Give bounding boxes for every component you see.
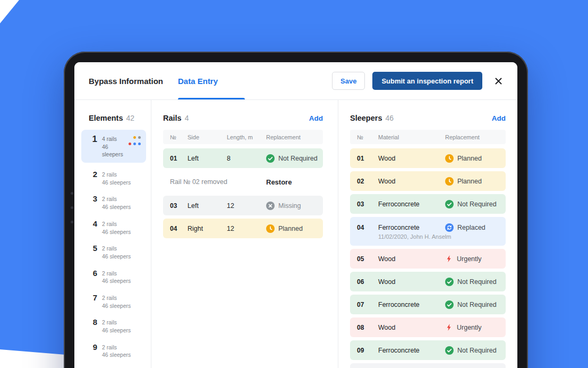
close-icon[interactable]: [495, 77, 502, 85]
elements-count: 42: [126, 114, 134, 122]
sync-icon: [445, 223, 454, 232]
col-header-side: Side: [188, 134, 227, 140]
status-label: Planned: [278, 225, 303, 232]
element-number: 9: [87, 342, 97, 359]
status-badge: Urgently: [445, 255, 506, 263]
check-circle-icon: [445, 200, 454, 208]
rail-side: Right: [188, 225, 227, 232]
save-button[interactable]: Save: [332, 72, 365, 90]
col-header-length: Length, m: [227, 134, 266, 140]
sleeper-row-02[interactable]: 02WoodPlanned: [350, 171, 506, 191]
status-label: Planned: [457, 178, 482, 185]
sleeper-material: Wood: [378, 324, 445, 331]
header-actions: Save Submit an inspection report: [332, 62, 502, 99]
element-item-2[interactable]: 22 rails46 sleepers: [81, 167, 146, 189]
element-summary: 2 rails46 sleepers: [102, 170, 131, 186]
col-header-replacement: Replacement: [445, 134, 506, 140]
sleeper-number: 06: [357, 278, 378, 286]
sleeper-material: Ferroconcrete: [378, 301, 445, 308]
sleeper-row-04[interactable]: 04FerroconcreteReplaced11/02/2020, John …: [350, 217, 506, 246]
status-dot: [129, 143, 131, 145]
tablet-screen: Bypass Information Data Entry Save Submi…: [74, 62, 517, 368]
sleeper-material: Wood: [378, 278, 445, 286]
camera-dot: [71, 192, 73, 195]
tab-data-entry[interactable]: Data Entry: [178, 62, 244, 99]
element-number: 2: [87, 170, 97, 186]
sleepers-table-header: № Material Replacement: [350, 130, 506, 144]
status-badge: Planned: [445, 154, 506, 163]
sleeper-row-06[interactable]: 06WoodNot Required: [350, 272, 506, 291]
element-sleepers-count: 46 sleepers: [102, 143, 124, 158]
rail-row-03[interactable]: 03Left12Missing: [163, 196, 323, 215]
tab-bypass-information[interactable]: Bypass Information: [89, 62, 163, 99]
clock-icon: [266, 224, 275, 233]
rails-add-button[interactable]: Add: [309, 114, 323, 122]
sleeper-row-08[interactable]: 08WoodUrgently: [350, 317, 506, 337]
status-dot: [133, 136, 136, 139]
sleeper-number: 02: [357, 178, 378, 185]
sleeper-row-03[interactable]: 03FerroconcreteNot Required: [350, 194, 506, 214]
sleeper-row-05[interactable]: 05WoodUrgently: [350, 249, 506, 269]
status-badge: Not Required: [445, 278, 506, 286]
check-circle-icon: [445, 346, 454, 355]
sleeper-row-09[interactable]: 09FerroconcreteNot Required: [350, 340, 506, 360]
clock-icon: [445, 154, 454, 163]
check-circle-icon: [445, 300, 454, 309]
element-rails-count: 2 rails: [102, 171, 131, 179]
check-circle-icon: [266, 154, 275, 163]
status-badge: Missing: [266, 202, 323, 210]
status-label: Not Required: [457, 278, 497, 286]
sleeper-material: Wood: [378, 255, 445, 263]
element-item-3[interactable]: 32 rails46 sleepers: [81, 191, 146, 213]
tablet-camera-cluster: [71, 192, 73, 223]
sleeper-number: 04: [357, 224, 378, 231]
element-item-4[interactable]: 42 rails46 sleepers: [81, 216, 146, 238]
sleeper-row-07[interactable]: 07FerroconcreteNot Required: [350, 295, 506, 314]
element-item-10[interactable]: 102 rails46 sleepers: [81, 364, 146, 368]
element-number: 8: [87, 317, 97, 334]
sleepers-title: Sleepers: [350, 114, 382, 122]
status-label: Missing: [278, 202, 301, 210]
rail-number: 03: [170, 202, 188, 210]
status-label: Not Required: [457, 200, 497, 208]
element-item-5[interactable]: 52 rails46 sleepers: [81, 241, 146, 263]
element-number: 3: [87, 194, 97, 211]
status-badge: Not Required: [445, 346, 506, 355]
element-summary: 2 rails46 sleepers: [102, 244, 131, 260]
sleepers-add-button[interactable]: Add: [492, 114, 506, 122]
sleeper-material: Ferroconcrete: [378, 347, 445, 354]
rail-row-01[interactable]: 01Left8Not Required: [163, 148, 323, 168]
rails-count: 4: [185, 114, 189, 122]
sleeper-number: 03: [357, 200, 378, 208]
element-sleepers-count: 46 sleepers: [102, 277, 131, 285]
status-label: Not Required: [457, 347, 497, 354]
status-badge: Not Required: [445, 200, 506, 208]
status-dot-row: [129, 143, 141, 145]
rails-title: Rails: [163, 114, 182, 122]
rail-row-04[interactable]: 04Right12Planned: [163, 219, 323, 238]
rail-length: 12: [227, 225, 266, 232]
element-sleepers-count: 46 sleepers: [102, 179, 131, 187]
col-header-replacement: Replacement: [266, 134, 323, 140]
rail-length: 12: [227, 202, 266, 210]
element-number: 4: [87, 219, 97, 236]
status-dot: [133, 143, 136, 145]
status-badge: Planned: [266, 224, 323, 233]
status-dot-row: [133, 136, 141, 139]
element-sleepers-count: 46 sleepers: [102, 302, 131, 310]
sleeper-number: 09: [357, 347, 378, 354]
restore-link[interactable]: Restore: [266, 178, 323, 186]
element-number: 5: [87, 244, 97, 260]
table-row-partial[interactable]: [350, 363, 506, 368]
element-item-8[interactable]: 82 rails46 sleepers: [81, 315, 146, 337]
submit-report-button[interactable]: Submit an inspection report: [372, 72, 482, 90]
sleeper-row-01[interactable]: 01WoodPlanned: [350, 148, 506, 168]
element-item-1[interactable]: 14 rails46 sleepers: [81, 130, 146, 163]
tablet-device: Bypass Information Data Entry Save Submi…: [64, 52, 528, 368]
status-label: Not Required: [457, 301, 497, 308]
element-item-9[interactable]: 92 rails46 sleepers: [81, 340, 146, 362]
element-item-6[interactable]: 62 rails46 sleepers: [81, 266, 146, 288]
rails-table-header: № Side Length, m Replacement: [163, 130, 323, 144]
rail-side: Left: [188, 155, 227, 162]
element-item-7[interactable]: 72 rails46 sleepers: [81, 290, 146, 312]
